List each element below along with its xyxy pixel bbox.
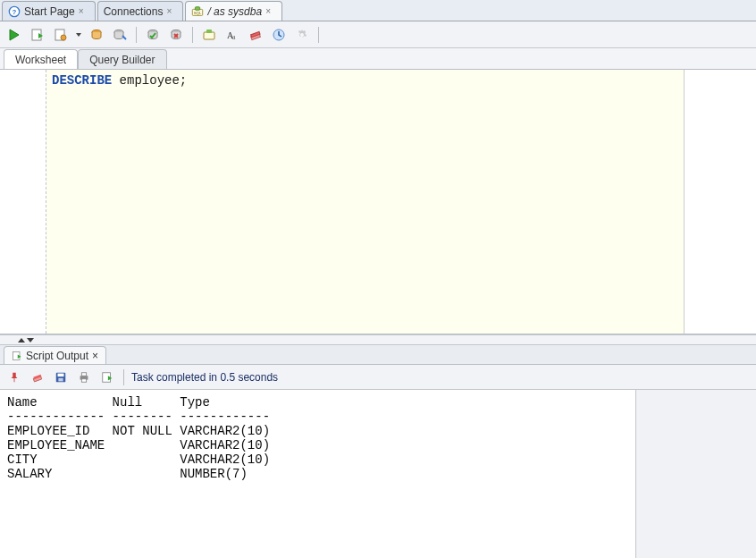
output-toolbar: Task completed in 0.5 seconds	[0, 365, 756, 390]
svg-point-19	[300, 33, 304, 37]
svg-rect-28	[81, 372, 86, 376]
svg-text:a: a	[232, 33, 236, 41]
run-build-button[interactable]	[98, 368, 116, 386]
svg-text:?: ?	[13, 7, 17, 15]
main-toolbar: Aa	[0, 21, 756, 48]
tab-script-output[interactable]: Script Output ×	[4, 346, 106, 364]
results-right-gutter	[636, 390, 756, 558]
toolbar-separator	[136, 27, 137, 43]
close-icon[interactable]: ×	[79, 7, 88, 16]
tab-start-page[interactable]: ? Start Page ×	[2, 1, 96, 21]
editor-area: DESCRIBE employee;	[0, 70, 756, 334]
run-script-button[interactable]	[29, 26, 46, 44]
save-output-button[interactable]	[52, 368, 70, 386]
panel-tab-label: Script Output	[26, 350, 88, 362]
svg-rect-3	[196, 6, 200, 10]
rollback-button[interactable]	[167, 26, 185, 44]
svg-rect-12	[204, 32, 214, 39]
autotrace-button[interactable]	[88, 26, 105, 44]
svg-point-7	[61, 35, 66, 40]
clear-output-button[interactable]	[29, 368, 46, 386]
task-status-text: Task completed in 0.5 seconds	[131, 371, 278, 384]
editor-tabs: Worksheet Query Builder	[0, 48, 756, 70]
tab-label: Connections	[104, 5, 164, 18]
settings-button[interactable]	[293, 26, 311, 44]
sql-tuning-button[interactable]	[111, 26, 129, 44]
toolbar-separator	[192, 27, 193, 43]
help-icon: ?	[8, 5, 21, 18]
script-output-text[interactable]: Name Null Type ------------- -------- --…	[0, 390, 636, 558]
dropdown-icon[interactable]	[75, 31, 82, 38]
output-tabs: Script Output ×	[0, 345, 756, 365]
run-statement-button[interactable]	[5, 26, 23, 44]
close-icon[interactable]: ×	[265, 7, 274, 16]
unshared-worksheet-button[interactable]	[200, 26, 218, 44]
tab-worksheet-sysdba[interactable]: SQL / as sysdba ×	[185, 1, 282, 21]
svg-rect-26	[58, 377, 63, 381]
svg-text:SQL: SQL	[194, 11, 202, 15]
code-rest: employee;	[112, 73, 187, 88]
svg-rect-25	[58, 373, 64, 376]
svg-rect-29	[81, 378, 86, 382]
tab-query-builder[interactable]: Query Builder	[78, 49, 166, 69]
sql-history-button[interactable]	[270, 26, 288, 44]
script-output-icon	[12, 351, 22, 361]
svg-rect-13	[206, 30, 212, 33]
explain-plan-button[interactable]	[52, 26, 70, 44]
svg-rect-21	[14, 377, 15, 381]
sql-editor[interactable]: DESCRIBE employee;	[46, 70, 685, 334]
sql-icon: SQL	[191, 5, 204, 18]
to-upper-lower-button[interactable]: Aa	[223, 26, 241, 44]
editor-gutter	[0, 70, 46, 334]
tab-worksheet[interactable]: Worksheet	[4, 49, 78, 69]
toolbar-separator	[318, 27, 319, 43]
editor-right-margin	[685, 70, 756, 334]
print-output-button[interactable]	[75, 368, 93, 386]
results-area: Name Null Type ------------- -------- --…	[0, 390, 756, 558]
toolbar-separator	[123, 369, 124, 385]
pane-splitter[interactable]	[0, 334, 756, 345]
close-icon[interactable]: ×	[92, 350, 98, 362]
code-keyword: DESCRIBE	[52, 73, 112, 88]
chevron-up-icon	[18, 338, 25, 342]
file-tabs: ? Start Page × Connections × SQL / as sy…	[0, 0, 756, 21]
clear-button[interactable]	[247, 26, 265, 44]
close-icon[interactable]: ×	[166, 7, 175, 16]
tab-label: Start Page	[24, 5, 75, 18]
tab-label: / as sysdba	[207, 5, 262, 18]
commit-button[interactable]	[144, 26, 162, 44]
pin-button[interactable]	[5, 368, 23, 386]
tab-connections[interactable]: Connections ×	[97, 1, 184, 21]
chevron-down-icon	[27, 338, 34, 342]
